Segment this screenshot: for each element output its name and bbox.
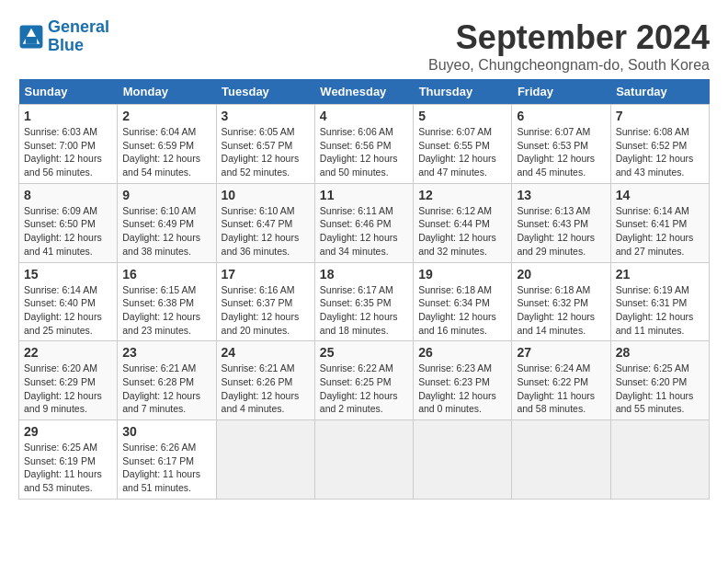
calendar-cell: 22Sunrise: 6:20 AMSunset: 6:29 PMDayligh… [19,341,118,420]
cell-info: Sunrise: 6:23 AMSunset: 6:23 PMDaylight:… [418,362,506,416]
calendar-cell: 25Sunrise: 6:22 AMSunset: 6:25 PMDayligh… [314,341,413,420]
cell-info: Sunrise: 6:24 AMSunset: 6:22 PMDaylight:… [517,362,605,416]
calendar-table: SundayMondayTuesdayWednesdayThursdayFrid… [18,79,710,500]
calendar-cell: 3Sunrise: 6:05 AMSunset: 6:57 PMDaylight… [216,105,314,184]
logo-blue: Blue [48,36,84,54]
cell-info: Sunrise: 6:20 AMSunset: 6:29 PMDaylight:… [24,362,112,416]
calendar-cell: 24Sunrise: 6:21 AMSunset: 6:26 PMDayligh… [216,341,314,420]
cell-info: Sunrise: 6:09 AMSunset: 6:50 PMDaylight:… [24,204,112,259]
weekday-header-wednesday: Wednesday [314,79,413,105]
cell-info: Sunrise: 6:18 AMSunset: 6:32 PMDaylight:… [517,283,605,338]
calendar-cell: 17Sunrise: 6:16 AMSunset: 6:37 PMDayligh… [216,262,314,341]
logo-general: General [48,17,109,36]
day-number: 30 [122,424,210,439]
cell-info: Sunrise: 6:19 AMSunset: 6:31 PMDaylight:… [616,283,704,338]
location-title: Buyeo, Chungcheongnam-do, South Korea [428,57,710,74]
day-number: 16 [122,267,210,282]
calendar-header-row: SundayMondayTuesdayWednesdayThursdayFrid… [19,79,710,105]
calendar-cell: 18Sunrise: 6:17 AMSunset: 6:35 PMDayligh… [314,262,413,341]
day-number: 9 [122,188,210,202]
day-number: 18 [320,267,408,282]
cell-info: Sunrise: 6:13 AMSunset: 6:43 PMDaylight:… [517,204,605,259]
calendar-week-row: 1Sunrise: 6:03 AMSunset: 7:00 PMDaylight… [19,105,710,184]
day-number: 22 [24,345,112,360]
calendar-cell: 9Sunrise: 6:10 AMSunset: 6:49 PMDaylight… [118,183,216,262]
calendar-cell [216,420,314,500]
weekday-header-saturday: Saturday [610,79,709,105]
day-number: 1 [24,109,112,123]
day-number: 15 [24,267,112,282]
day-number: 19 [418,267,506,282]
day-number: 29 [24,424,112,439]
calendar-cell [610,420,709,500]
calendar-cell: 16Sunrise: 6:15 AMSunset: 6:38 PMDayligh… [118,262,216,341]
day-number: 11 [320,188,408,202]
calendar-cell: 13Sunrise: 6:13 AMSunset: 6:43 PMDayligh… [512,183,610,262]
logo: General Blue [18,18,109,55]
cell-info: Sunrise: 6:07 AMSunset: 6:53 PMDaylight:… [517,125,605,179]
day-number: 7 [616,109,704,123]
month-title: September 2024 [428,18,710,57]
calendar-cell: 23Sunrise: 6:21 AMSunset: 6:28 PMDayligh… [118,341,216,420]
calendar-cell: 20Sunrise: 6:18 AMSunset: 6:32 PMDayligh… [512,262,610,341]
day-number: 23 [122,345,210,360]
weekday-header-monday: Monday [118,79,216,105]
calendar-cell: 7Sunrise: 6:08 AMSunset: 6:52 PMDaylight… [610,105,709,184]
cell-info: Sunrise: 6:17 AMSunset: 6:35 PMDaylight:… [320,283,408,338]
day-number: 25 [320,345,408,360]
day-number: 17 [222,267,310,282]
calendar-cell: 14Sunrise: 6:14 AMSunset: 6:41 PMDayligh… [610,183,709,262]
day-number: 12 [418,188,506,202]
cell-info: Sunrise: 6:04 AMSunset: 6:59 PMDaylight:… [122,125,210,179]
cell-info: Sunrise: 6:18 AMSunset: 6:34 PMDaylight:… [418,283,506,338]
calendar-cell: 4Sunrise: 6:06 AMSunset: 6:56 PMDaylight… [314,105,413,184]
weekday-header-thursday: Thursday [414,79,512,105]
calendar-cell [314,420,413,500]
day-number: 2 [122,109,210,123]
calendar-cell: 29Sunrise: 6:25 AMSunset: 6:19 PMDayligh… [19,420,118,500]
day-number: 10 [222,188,310,202]
day-number: 6 [517,109,605,123]
day-number: 8 [24,188,112,202]
calendar-week-row: 8Sunrise: 6:09 AMSunset: 6:50 PMDaylight… [19,183,710,262]
logo-text: General Blue [48,18,109,55]
calendar-cell: 8Sunrise: 6:09 AMSunset: 6:50 PMDaylight… [19,183,118,262]
cell-info: Sunrise: 6:07 AMSunset: 6:55 PMDaylight:… [418,125,506,179]
calendar-cell: 12Sunrise: 6:12 AMSunset: 6:44 PMDayligh… [414,183,512,262]
cell-info: Sunrise: 6:03 AMSunset: 7:00 PMDaylight:… [24,125,112,179]
cell-info: Sunrise: 6:21 AMSunset: 6:28 PMDaylight:… [122,362,210,416]
cell-info: Sunrise: 6:26 AMSunset: 6:17 PMDaylight:… [122,441,210,495]
calendar-cell [512,420,610,500]
cell-info: Sunrise: 6:14 AMSunset: 6:40 PMDaylight:… [24,283,112,338]
day-number: 26 [418,345,506,360]
title-block: September 2024 Buyeo, Chungcheongnam-do,… [428,18,710,74]
calendar-cell: 2Sunrise: 6:04 AMSunset: 6:59 PMDaylight… [118,105,216,184]
cell-info: Sunrise: 6:10 AMSunset: 6:49 PMDaylight:… [122,204,210,259]
cell-info: Sunrise: 6:25 AMSunset: 6:19 PMDaylight:… [24,441,112,495]
calendar-cell: 6Sunrise: 6:07 AMSunset: 6:53 PMDaylight… [512,105,610,184]
cell-info: Sunrise: 6:10 AMSunset: 6:47 PMDaylight:… [222,204,310,259]
calendar-cell [414,420,512,500]
calendar-cell: 11Sunrise: 6:11 AMSunset: 6:46 PMDayligh… [314,183,413,262]
day-number: 21 [616,267,704,282]
day-number: 4 [320,109,408,123]
day-number: 14 [616,188,704,202]
day-number: 20 [517,267,605,282]
calendar-cell: 19Sunrise: 6:18 AMSunset: 6:34 PMDayligh… [414,262,512,341]
calendar-cell: 1Sunrise: 6:03 AMSunset: 7:00 PMDaylight… [19,105,118,184]
day-number: 3 [222,109,310,123]
cell-info: Sunrise: 6:25 AMSunset: 6:20 PMDaylight:… [616,362,704,416]
calendar-week-row: 15Sunrise: 6:14 AMSunset: 6:40 PMDayligh… [19,262,710,341]
weekday-header-friday: Friday [512,79,610,105]
calendar-cell: 5Sunrise: 6:07 AMSunset: 6:55 PMDaylight… [414,105,512,184]
calendar-cell: 28Sunrise: 6:25 AMSunset: 6:20 PMDayligh… [610,341,709,420]
day-number: 5 [418,109,506,123]
weekday-header-tuesday: Tuesday [216,79,314,105]
cell-info: Sunrise: 6:14 AMSunset: 6:41 PMDaylight:… [616,204,704,259]
calendar-cell: 26Sunrise: 6:23 AMSunset: 6:23 PMDayligh… [414,341,512,420]
calendar-cell: 30Sunrise: 6:26 AMSunset: 6:17 PMDayligh… [118,420,216,500]
calendar-cell: 15Sunrise: 6:14 AMSunset: 6:40 PMDayligh… [19,262,118,341]
cell-info: Sunrise: 6:05 AMSunset: 6:57 PMDaylight:… [222,125,310,179]
cell-info: Sunrise: 6:11 AMSunset: 6:46 PMDaylight:… [320,204,408,259]
calendar-cell: 27Sunrise: 6:24 AMSunset: 6:22 PMDayligh… [512,341,610,420]
